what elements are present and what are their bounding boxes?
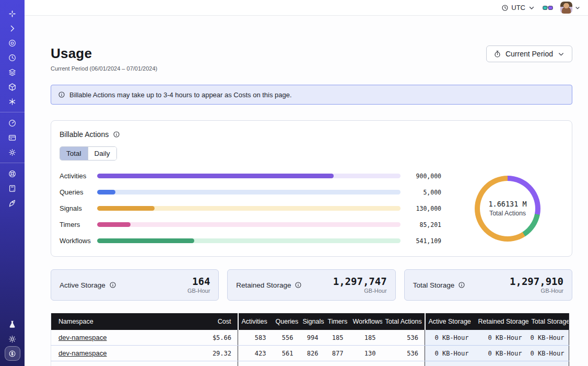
info-icon[interactable] [109, 281, 116, 289]
sun-icon[interactable] [5, 331, 20, 346]
active-storage-label: Active Storage [60, 281, 105, 289]
col-queries: Queries [273, 313, 300, 330]
table-row: dev-namespace 29.32 423 561 826 877 130 … [51, 346, 569, 361]
bar-row-timers: Timers 85,201 [60, 221, 441, 228]
period-selector-button[interactable]: Current Period [486, 45, 572, 62]
total-storage-value: 1,297,910 [510, 276, 563, 287]
cost-cell: 29.32 [207, 346, 238, 361]
avatar [560, 2, 572, 14]
page-title: Usage [51, 45, 157, 62]
retained-storage-label: Retained Storage [236, 281, 291, 289]
storage-summary: Active Storage 164 GB-Hour Retained Stor… [51, 269, 572, 301]
account-menu[interactable] [560, 2, 581, 14]
col-namespace: Namespace [51, 313, 207, 330]
tab-daily[interactable]: Daily [88, 147, 116, 160]
activities-cell: 492 [238, 361, 273, 366]
signals-cell: 826 [300, 346, 325, 361]
bar-value: 900,000 [409, 173, 441, 180]
clock-icon [501, 4, 509, 12]
timers-cell: 185 [325, 330, 350, 346]
col-workflows: Workflows [350, 313, 382, 330]
topbar: UTC [25, 0, 588, 16]
namespace-link[interactable]: dev-namespace [58, 334, 107, 341]
active-storage-cell: 0 KB-Hour [425, 330, 475, 346]
bar-track [97, 222, 401, 227]
signals-cell: 994 [300, 330, 325, 346]
flask-icon[interactable] [5, 317, 20, 331]
chevron-right-icon[interactable] [5, 21, 20, 36]
chevron-down-icon [557, 50, 565, 58]
bar-label: Queries [60, 188, 97, 196]
layers-icon[interactable] [5, 65, 20, 79]
total-storage-cell: 0 KB-Hour [528, 361, 569, 366]
col-total-storage: Total Storage [528, 313, 569, 330]
total-storage-cell: 0 KB-Hour [528, 330, 569, 346]
sidebar [0, 0, 25, 366]
queries-cell: 556 [273, 330, 300, 346]
total-storage-card: Total Storage 1,297,910 GB-Hour [404, 269, 572, 301]
billable-actions-card: Billable Actions Total Daily Activities … [51, 120, 572, 257]
total-actions-cell: 130 [382, 361, 425, 366]
retained-storage-card: Retained Storage 1,297,747 GB-Hour [227, 269, 395, 301]
bar-value: 130,000 [409, 205, 441, 212]
pinwheel-logo-icon[interactable] [5, 6, 20, 21]
col-retained-storage: Retained Storage [475, 313, 528, 330]
bar-label: Workflows [60, 237, 97, 245]
cube-icon[interactable] [5, 79, 20, 94]
bar-track [97, 190, 401, 195]
glasses-icon[interactable] [543, 4, 553, 12]
donut-total-value: 1.66131 M [488, 200, 526, 208]
billable-actions-title: Billable Actions [60, 130, 109, 139]
active-storage-card: Active Storage 164 GB-Hour [51, 269, 219, 301]
table-header-row: Namespace Cost Activities Queries Signal… [51, 313, 569, 330]
bar-track [97, 174, 401, 178]
bar-value: 85,201 [409, 221, 441, 228]
retained-storage-cell: 0 KB-Hour [475, 361, 528, 366]
activities-cell: 423 [238, 346, 273, 361]
col-signals: Signals [300, 313, 325, 330]
retained-storage-value: 1,297,747 [333, 276, 387, 287]
total-storage-cell: 0 KB-Hour [528, 346, 569, 361]
page-subtitle: Current Period (06/01/2024 – 07/01/2024) [51, 65, 157, 72]
bar-fill [97, 222, 131, 227]
cost-cell: $3.35 [207, 361, 238, 366]
main-content: Usage Current Period (06/01/2024 – 07/01… [25, 16, 588, 366]
info-icon[interactable] [113, 131, 120, 138]
namespace-link[interactable]: dev-namespace [58, 349, 107, 357]
retained-storage-unit: GB-Hour [333, 288, 387, 294]
info-icon[interactable] [295, 281, 302, 289]
lifebuoy-icon[interactable] [5, 166, 20, 181]
card-icon[interactable] [5, 130, 20, 145]
activities-cell: 583 [238, 330, 273, 346]
bar-value: 5,000 [409, 189, 441, 196]
workflows-cell: 600 [350, 361, 382, 366]
sidebar-divider [0, 112, 25, 112]
bar-fill [97, 206, 155, 211]
rocket-icon[interactable] [5, 196, 20, 210]
asterisk-icon[interactable] [5, 94, 20, 109]
bar-row-workflows: Workflows 541,109 [60, 237, 441, 245]
bar-fill [97, 238, 194, 243]
gauge-icon[interactable] [5, 116, 20, 130]
bar-track [97, 238, 401, 243]
bar-row-activities: Activities 900,000 [60, 172, 441, 180]
active-storage-value: 164 [187, 276, 210, 287]
total-storage-label: Total Storage [413, 281, 455, 289]
queries-cell: 561 [273, 346, 300, 361]
spiral-icon[interactable] [5, 36, 20, 50]
table-row: dev-namespace $5.66 583 556 994 185 185 … [51, 330, 569, 346]
timers-cell: 816 [325, 361, 350, 366]
workflows-cell: 130 [350, 346, 382, 361]
dollar-circle-icon[interactable] [5, 346, 20, 361]
info-icon[interactable] [458, 281, 465, 289]
col-cost: Cost [207, 313, 238, 330]
bar-label: Activities [60, 172, 97, 180]
bar-track [97, 206, 401, 211]
clock-arrow-icon[interactable] [5, 50, 20, 65]
timezone-selector[interactable]: UTC [501, 4, 535, 12]
tab-total[interactable]: Total [60, 147, 88, 160]
info-banner: Billable Actions may take up to 3-4 hour… [51, 85, 572, 105]
gear-icon[interactable] [5, 145, 20, 159]
bar-fill [97, 174, 334, 178]
book-icon[interactable] [5, 181, 20, 196]
